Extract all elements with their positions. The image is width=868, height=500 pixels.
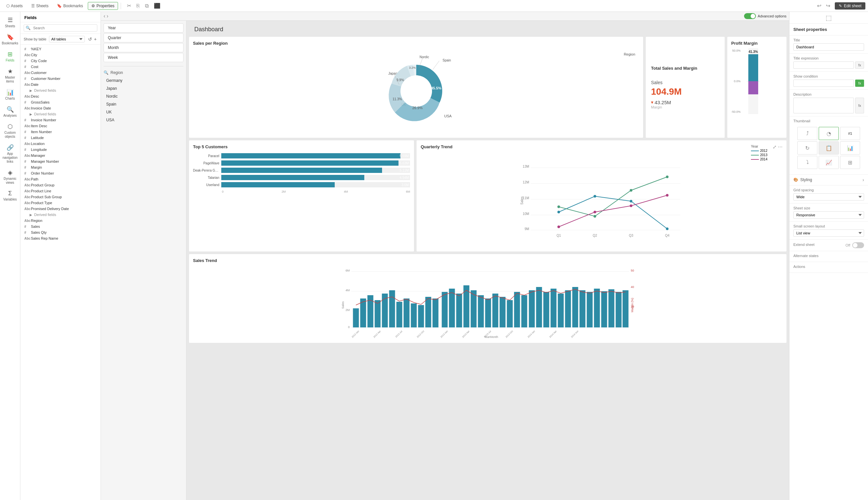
description-input[interactable] <box>793 98 854 113</box>
sidebar-item-fields[interactable]: ⊞ Fields <box>1 49 19 65</box>
cut-button[interactable]: ✂ <box>125 2 133 10</box>
title-input[interactable] <box>793 43 864 50</box>
list-item[interactable]: #Longitude <box>20 147 101 152</box>
list-item[interactable]: #Latitude <box>20 135 101 141</box>
styling-header[interactable]: 🎨 Styling › <box>789 174 868 185</box>
thumb-download[interactable]: ⤵ <box>797 156 818 169</box>
add-button[interactable]: + <box>93 36 97 42</box>
list-item[interactable]: AbcPromised Delivery Date <box>20 206 101 212</box>
thumb-line[interactable]: 📈 <box>819 156 839 169</box>
filter-quarter[interactable]: Quarter <box>104 33 183 42</box>
list-item[interactable]: AbcProduct Type <box>20 200 101 206</box>
filter-month[interactable]: Month <box>104 43 183 52</box>
list-item[interactable]: AbcSales Rep Name <box>20 235 101 241</box>
expand-button[interactable]: ⤢ <box>773 144 777 150</box>
list-item[interactable]: AbcProduct Group <box>20 182 101 188</box>
list-item[interactable]: AbcProduct Sub Group <box>20 194 101 200</box>
show-cond-input[interactable] <box>793 80 854 87</box>
sidebar-item-sheets[interactable]: ☰ Sheets <box>1 14 19 30</box>
sidebar-item-bookmarks[interactable]: 🔖 Bookmarks <box>1 32 19 47</box>
filter-week[interactable]: Week <box>104 53 183 62</box>
profit-bot-label: -50.0% <box>731 110 741 113</box>
list-item[interactable]: AbcDate <box>20 81 101 88</box>
thumb-refresh[interactable]: ↻ <box>797 141 818 155</box>
sidebar-item-master-items[interactable]: ★ Master items <box>1 66 19 86</box>
list-item[interactable]: AbcCity <box>20 52 101 58</box>
region-japan[interactable]: Japan <box>104 85 183 92</box>
region-spain[interactable]: Spain <box>104 101 183 108</box>
advanced-options-toggle[interactable] <box>744 13 756 19</box>
thumb-number[interactable]: #1 <box>840 127 860 140</box>
list-item[interactable]: #Sales Qty <box>20 229 101 235</box>
field-type-icon: Abc <box>24 142 29 146</box>
edit-sheet-button[interactable]: ✎ Edit sheet <box>835 2 865 10</box>
region-uk[interactable]: UK <box>104 109 183 116</box>
show-cond-fx-button[interactable]: fx <box>855 80 864 87</box>
region-usa[interactable]: USA <box>104 116 183 124</box>
list-item[interactable]: AbcProduct Line <box>20 188 101 194</box>
list-item[interactable]: #Manager Number <box>20 158 101 164</box>
list-item[interactable]: AbcRegion <box>20 218 101 224</box>
sidebar-item-custom-objects[interactable]: ⬡ Custom objects <box>1 121 19 141</box>
filter-year[interactable]: Year <box>104 23 183 33</box>
nav-prev-button[interactable]: ‹ <box>104 13 105 19</box>
thumb-upload[interactable]: ⤴ <box>797 127 818 140</box>
list-item[interactable]: AbcItem Desc <box>20 123 101 129</box>
list-item[interactable]: #Sales <box>20 224 101 229</box>
list-item[interactable]: AbcDesc <box>20 93 101 99</box>
thumb-bar[interactable]: 📊 <box>840 141 860 155</box>
grid-spacing-select[interactable]: Wide <box>793 193 864 201</box>
refresh-button[interactable]: ↺ <box>88 36 93 42</box>
list-item[interactable]: #Cost <box>20 64 101 70</box>
region-germany[interactable]: Germany <box>104 77 183 84</box>
sidebar-item-charts[interactable]: 📊 Charts <box>1 87 19 103</box>
list-item[interactable]: #%KEY <box>20 46 101 52</box>
nav-next-button[interactable]: › <box>106 13 108 19</box>
list-item[interactable]: #Invoice Number <box>20 117 101 123</box>
show-by-select[interactable]: All tables <box>49 36 85 42</box>
list-item[interactable]: #GrossSales <box>20 99 101 105</box>
paste-button[interactable]: ⧉ <box>143 2 151 10</box>
redo-button[interactable]: ↪ <box>824 2 832 10</box>
thumb-selected[interactable]: 📋 <box>819 141 839 155</box>
list-item[interactable]: AbcCustomer <box>20 70 101 76</box>
extend-sheet-toggle[interactable] <box>852 242 864 248</box>
list-item[interactable]: #Customer Number <box>20 76 101 81</box>
description-fx-button[interactable]: fx <box>855 98 864 113</box>
sidebar-item-analyses[interactable]: 🔍 Analyses <box>1 104 19 120</box>
small-screen-select[interactable]: List view <box>793 229 864 237</box>
undo-button[interactable]: ↩ <box>815 2 823 10</box>
copy-button[interactable]: ⎘ <box>135 2 142 10</box>
sidebar-item-variables[interactable]: Σ Variables <box>1 188 19 204</box>
list-item[interactable]: AbcManager <box>20 152 101 158</box>
more-button[interactable]: ⋯ <box>778 144 783 150</box>
list-item[interactable]: AbcLocation <box>20 141 101 147</box>
title-expr-fx-button[interactable]: fx <box>855 61 864 69</box>
title-expr-input[interactable] <box>793 61 854 69</box>
list-item[interactable]: AbcPath <box>20 176 101 182</box>
sidebar-item-dynamic-views[interactable]: ◈ Dynamic views <box>1 167 19 187</box>
thumb-chart[interactable]: ◔ <box>819 127 839 140</box>
sidebar-item-app-nav[interactable]: 🔗 App navigation links <box>1 142 19 166</box>
list-item[interactable]: #Order Number <box>20 170 101 176</box>
field-name-label: Date <box>31 82 38 87</box>
field-name-label: Item Number <box>31 130 52 134</box>
thumb-dashboard[interactable]: ⊞ <box>840 156 860 169</box>
tab-sheets[interactable]: ☰ Sheets <box>27 2 52 10</box>
margin-label: Margin <box>651 105 719 109</box>
bar-axis: 02M4M6M <box>193 189 410 193</box>
svg-text:USA: USA <box>444 114 452 118</box>
search-input[interactable] <box>24 24 97 32</box>
list-item[interactable]: #City Code <box>20 58 101 64</box>
field-name-label: City <box>31 53 37 57</box>
sheet-size-select[interactable]: Responsive <box>793 212 864 219</box>
delete-button[interactable]: ⬛ <box>152 2 162 10</box>
tab-properties[interactable]: ⚙ Properties <box>88 2 118 10</box>
list-item[interactable]: AbcInvoice Date <box>20 105 101 111</box>
tab-assets[interactable]: ⬡ Assets <box>3 2 26 10</box>
tab-bookmarks[interactable]: 🔖 Bookmarks <box>53 2 87 10</box>
svg-rect-69 <box>442 292 448 327</box>
region-nordic[interactable]: Nordic <box>104 93 183 100</box>
list-item[interactable]: #Item Number <box>20 129 101 135</box>
list-item[interactable]: #Margin <box>20 164 101 170</box>
